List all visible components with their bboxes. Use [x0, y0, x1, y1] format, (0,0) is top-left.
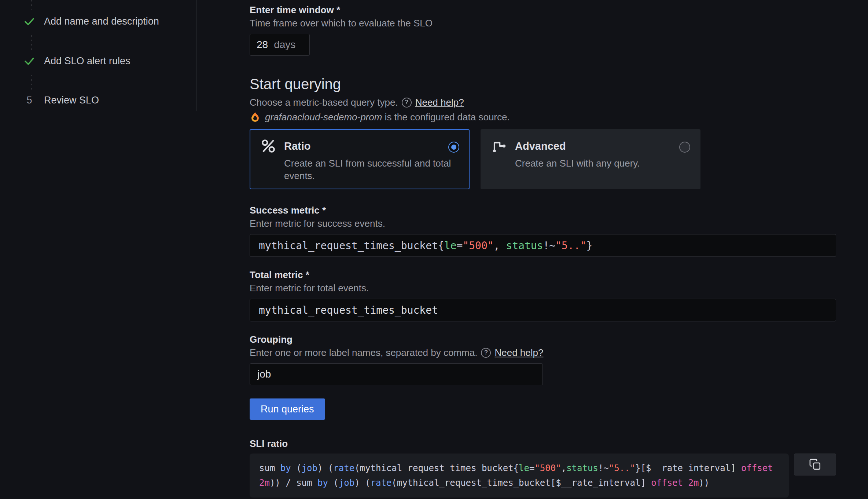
- run-queries-button[interactable]: Run queries: [250, 398, 325, 420]
- stepper-item-label: Add name and description: [44, 16, 159, 27]
- radio-ratio[interactable]: [448, 142, 459, 153]
- query-type-subtitle-row: Choose a metric-based query type. ? Need…: [250, 96, 836, 109]
- query-type-card-ratio[interactable]: Ratio Create an SLI from successful and …: [250, 129, 470, 189]
- start-querying-title: Start querying: [250, 75, 836, 93]
- time-window-unit: days: [274, 39, 295, 51]
- grouping-label: Grouping: [250, 333, 836, 346]
- grouping-description-row: Enter one or more label names, separated…: [250, 346, 836, 359]
- card-title: Advanced: [515, 140, 566, 152]
- help-icon: ?: [402, 98, 412, 108]
- card-head: Advanced: [492, 138, 689, 154]
- query-type-card-advanced[interactable]: Advanced Create an SLI with any query.: [481, 129, 700, 189]
- stepper-divider: [196, 0, 197, 111]
- stepper-item-add-slo-alert-rules[interactable]: Add SLO alert rules: [23, 53, 130, 69]
- radio-advanced[interactable]: [679, 142, 690, 153]
- stepper-item-review-slo[interactable]: 5 Review SLO: [23, 92, 99, 108]
- datasource-suffix: is the configured data source.: [382, 112, 510, 123]
- slo-wizard-page: Add name and description Add SLO alert r…: [0, 0, 868, 499]
- time-window-label: Enter time window *: [250, 4, 836, 16]
- sli-ratio-row: sum by (job) (rate(mythical_request_time…: [250, 454, 836, 498]
- datasource-row: grafanacloud-sedemo-prom is the configur…: [250, 111, 836, 123]
- stepper-item-label: Review SLO: [44, 95, 99, 106]
- stepper-connector: [32, 35, 32, 51]
- query-type-cards: Ratio Create an SLI from successful and …: [250, 129, 836, 189]
- copy-icon: [809, 458, 821, 471]
- need-help-link[interactable]: Need help?: [494, 346, 543, 359]
- need-help-link[interactable]: Need help?: [415, 96, 464, 109]
- success-metric-input[interactable]: mythical_request_times_bucket{le="500", …: [250, 234, 836, 257]
- time-window-value: 28: [257, 39, 268, 51]
- stepper-connector: [32, 75, 32, 90]
- card-head: Ratio: [261, 138, 459, 154]
- success-metric-label: Success metric *: [250, 204, 836, 216]
- time-window-input[interactable]: 28 days: [250, 34, 310, 56]
- step-number: 5: [23, 95, 36, 106]
- stepper-connector: [32, 0, 32, 10]
- grafana-flame-icon: [250, 112, 261, 123]
- query-type-subtitle: Choose a metric-based query type.: [250, 96, 398, 109]
- success-metric-description: Enter metric for success events.: [250, 217, 836, 230]
- sli-ratio-label: SLI ratio: [250, 437, 836, 450]
- card-description: Create an SLI with any query.: [515, 157, 689, 170]
- grouping-description: Enter one or more label names, separated…: [250, 346, 477, 359]
- grouping-value: job: [257, 368, 271, 380]
- time-window-description: Time frame over which to evaluate the SL…: [250, 17, 836, 29]
- check-icon: [23, 54, 36, 68]
- card-description: Create an SLI from successful and total …: [284, 157, 459, 182]
- total-metric-label: Total metric *: [250, 269, 836, 281]
- check-icon: [23, 15, 36, 28]
- grouping-input[interactable]: job: [250, 363, 543, 385]
- wizard-stepper: Add name and description Add SLO alert r…: [0, 0, 196, 499]
- total-metric-input[interactable]: mythical_request_times_bucket: [250, 299, 836, 321]
- query-steps-icon: [492, 138, 507, 154]
- stepper-item-add-name-description[interactable]: Add name and description: [23, 13, 159, 29]
- total-metric-description: Enter metric for total events.: [250, 282, 836, 294]
- help-icon: ?: [481, 348, 491, 358]
- percent-icon: [261, 138, 276, 154]
- wizard-content: Enter time window * Time frame over whic…: [250, 0, 836, 499]
- stepper-item-label: Add SLO alert rules: [44, 55, 130, 67]
- sli-ratio-expression: sum by (job) (rate(mythical_request_time…: [250, 454, 789, 498]
- datasource-name: grafanacloud-sedemo-prom: [265, 112, 382, 123]
- total-metric-value: mythical_request_times_bucket: [259, 304, 438, 316]
- card-title: Ratio: [284, 140, 311, 152]
- copy-button[interactable]: [794, 454, 836, 476]
- datasource-sentence: grafanacloud-sedemo-prom is the configur…: [265, 111, 510, 123]
